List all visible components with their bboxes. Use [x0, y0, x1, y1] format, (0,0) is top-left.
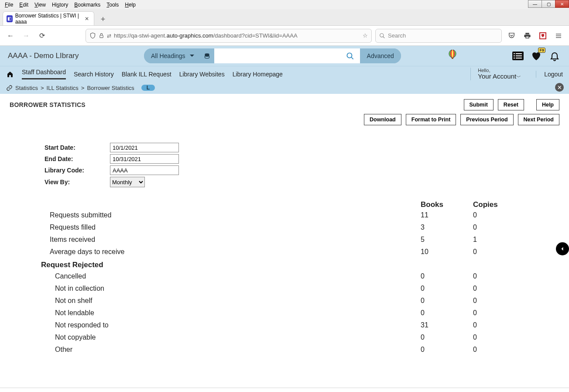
- page-content: BORROWER STATISTICS Submit Reset Help Do…: [0, 94, 569, 391]
- browser-menubar: File Edit View History Bookmarks Tools H…: [0, 0, 569, 9]
- view-by-label: View By:: [45, 179, 110, 186]
- table-row: Not on shelf00: [41, 295, 525, 307]
- reload-button[interactable]: ⟳: [36, 30, 48, 42]
- menu-edit[interactable]: Edit: [16, 1, 31, 9]
- end-date-label: End Date:: [45, 155, 110, 162]
- svg-rect-14: [514, 53, 515, 54]
- start-date-input[interactable]: [110, 143, 179, 152]
- menu-help[interactable]: Help: [122, 1, 139, 9]
- nav-library-homepage[interactable]: Library Homepage: [233, 71, 283, 78]
- search-placeholder: Search: [388, 32, 406, 39]
- favorites-heart-icon[interactable]: F9: [530, 49, 543, 62]
- nav-blank-ill-request[interactable]: Blank ILL Request: [122, 71, 171, 78]
- chevron-down-icon: ﹀: [516, 74, 521, 79]
- footer-divider: [0, 388, 569, 392]
- advanced-search-button[interactable]: Advanced: [360, 48, 401, 63]
- svg-point-11: [452, 50, 453, 58]
- menu-bookmarks[interactable]: Bookmarks: [71, 1, 103, 9]
- tab-close-icon[interactable]: ✕: [83, 16, 90, 22]
- back-button[interactable]: ←: [4, 30, 17, 42]
- table-row: Average days to receive100: [41, 246, 525, 258]
- svg-rect-16: [514, 55, 515, 56]
- download-button[interactable]: Download: [364, 114, 401, 125]
- balloon-icon[interactable]: [448, 50, 457, 62]
- table-row: Cancelled00: [41, 270, 525, 282]
- window-close-button[interactable]: ✕: [555, 0, 569, 8]
- end-date-input[interactable]: [110, 154, 179, 164]
- tab-title: Borrower Statistics | STWI | aaaa: [15, 13, 81, 25]
- table-row: Not lendable00: [41, 307, 525, 319]
- next-period-button[interactable]: Next Period: [518, 114, 559, 125]
- browser-tab[interactable]: ◧ Borrower Statistics | STWI | aaaa ✕: [3, 11, 94, 25]
- search-scope-dropdown[interactable]: All Headings: [144, 48, 200, 63]
- table-row: Not copyable00: [41, 331, 525, 344]
- site-header: AAAA - Demo LIbrary All Headings Advance…: [0, 46, 569, 66]
- filter-form: Start Date: End Date: Library Code: View…: [45, 143, 559, 187]
- url-bar[interactable]: ⇄ https://qa-stwi-agent.auto-graphics.co…: [86, 29, 372, 43]
- print-icon[interactable]: [521, 30, 533, 42]
- table-row: Requests filled30: [41, 221, 525, 234]
- home-icon[interactable]: [6, 71, 14, 78]
- crumb-ill-statistics[interactable]: ILL Statistics: [47, 85, 79, 91]
- table-row: Requests submitted110: [41, 209, 525, 221]
- svg-rect-18: [514, 58, 515, 58]
- main-nav: Staff Dashboard Search History Blank ILL…: [0, 66, 569, 82]
- col-copies: Copies: [473, 200, 525, 209]
- crumb-pill: L: [141, 85, 155, 91]
- library-code-input[interactable]: [110, 165, 179, 175]
- svg-line-8: [351, 57, 353, 59]
- mcafee-icon[interactable]: [537, 30, 549, 42]
- svg-rect-12: [452, 58, 453, 59]
- svg-line-2: [383, 36, 385, 38]
- close-panel-icon[interactable]: ✕: [555, 83, 564, 92]
- table-row: Other00: [41, 344, 525, 356]
- view-by-select[interactable]: Monthly: [110, 177, 145, 187]
- window-maximize-button[interactable]: ▢: [542, 0, 555, 8]
- search-icon: [379, 33, 385, 39]
- crumb-statistics[interactable]: Statistics: [15, 85, 38, 91]
- bookmark-star-icon[interactable]: ☆: [363, 32, 368, 39]
- submit-button[interactable]: Submit: [464, 99, 494, 110]
- lock-icon: [99, 33, 104, 38]
- nav-search-history[interactable]: Search History: [74, 71, 114, 78]
- new-tab-button[interactable]: +: [97, 13, 109, 25]
- reset-button[interactable]: Reset: [498, 99, 524, 110]
- svg-point-7: [347, 53, 352, 58]
- side-panel-toggle[interactable]: [556, 242, 569, 255]
- app-menu-icon[interactable]: [552, 30, 565, 42]
- account-menu[interactable]: Hello, Your Account﹀: [470, 68, 528, 80]
- chain-icon: [6, 85, 13, 91]
- permissions-icon: ⇄: [107, 33, 111, 39]
- favicon-icon: ◧: [7, 15, 13, 22]
- start-date-label: Start Date:: [45, 144, 110, 151]
- nav-library-websites[interactable]: Library Websites: [179, 71, 225, 78]
- table-row: Not in collection00: [41, 282, 525, 295]
- crumb-borrower-statistics[interactable]: Borrower Statistics: [87, 85, 134, 91]
- nav-staff-dashboard[interactable]: Staff Dashboard: [22, 69, 66, 79]
- library-code-label: Library Code:: [45, 167, 110, 174]
- table-row: Not responded to310: [41, 319, 525, 331]
- table-row: Items received51: [41, 234, 525, 246]
- site-search-button[interactable]: [341, 48, 360, 63]
- url-text: https://qa-stwi-agent.auto-graphics.com/…: [114, 32, 360, 39]
- browser-toolbar: ← → ⟳ ⇄ https://qa-stwi-agent.auto-graph…: [0, 26, 569, 46]
- menu-tools[interactable]: Tools: [103, 1, 122, 9]
- window-minimize-button[interactable]: —: [528, 0, 542, 8]
- format-to-print-button[interactable]: Format to Print: [406, 114, 456, 125]
- site-search-input[interactable]: [214, 48, 341, 63]
- svg-rect-17: [516, 55, 522, 56]
- menu-view[interactable]: View: [31, 1, 49, 9]
- forward-button[interactable]: →: [20, 30, 32, 42]
- favorites-badge: F9: [538, 48, 545, 53]
- database-icon[interactable]: [200, 52, 214, 60]
- help-button[interactable]: Help: [536, 99, 559, 110]
- menu-history[interactable]: History: [49, 1, 71, 9]
- site-search-cluster: All Headings Advanced: [144, 48, 401, 63]
- browser-search-bar[interactable]: Search: [375, 29, 502, 43]
- bell-icon[interactable]: [548, 49, 561, 62]
- previous-period-button[interactable]: Previous Period: [460, 114, 513, 125]
- pocket-icon[interactable]: [505, 30, 518, 42]
- list-icon[interactable]: [511, 49, 524, 62]
- menu-file[interactable]: File: [2, 1, 16, 9]
- logout-link[interactable]: Logout: [536, 71, 563, 78]
